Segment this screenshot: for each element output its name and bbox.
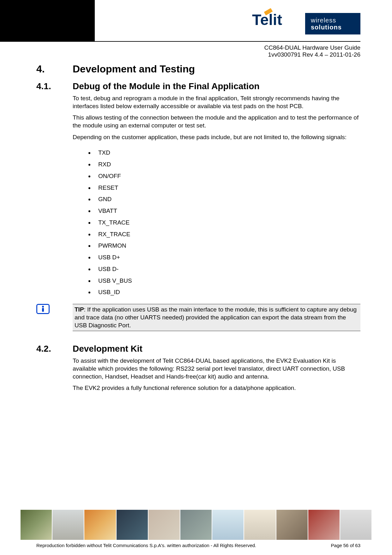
list-item: TXD: [88, 149, 360, 157]
bullet-icon: [88, 245, 90, 247]
signal-label: RX_TRACE: [98, 231, 130, 238]
bullet-icon: [88, 199, 90, 200]
para-4-1-3: Depending on the customer application, t…: [73, 133, 360, 141]
heading-4-number: 4.: [36, 63, 73, 75]
footer-thumb: [84, 510, 116, 540]
heading-4-1-title: Debug of the Module in the Final Applica…: [73, 81, 260, 91]
list-item: GND: [88, 195, 360, 203]
logo-tagline: wireless solutions: [305, 13, 360, 34]
bullet-icon: [88, 152, 90, 154]
bullet-icon: [88, 257, 90, 259]
info-icon: [36, 304, 50, 314]
para-4-2-1: To assist with the development of Telit …: [73, 357, 360, 380]
tip-text: : If the application uses USB as the mai…: [75, 306, 357, 328]
bullet-icon: [88, 164, 90, 166]
footer-thumb: [117, 510, 148, 540]
footer-text: Reproduction forbidden without Telit Com…: [36, 543, 360, 548]
signal-label: PWRMON: [98, 242, 126, 250]
list-item: USB V_BUS: [88, 277, 360, 285]
list-item: RXD: [88, 161, 360, 168]
heading-4-title: Development and Testing: [73, 63, 195, 75]
signal-label: GND: [98, 195, 112, 203]
header-rule: [0, 41, 360, 42]
list-item: RESET: [88, 184, 360, 192]
list-item: VBATT: [88, 207, 360, 215]
doc-revision: 1vv0300791 Rev 4.4 – 2011-01-26: [264, 51, 360, 58]
list-item: RX_TRACE: [88, 231, 360, 238]
signal-label: RESET: [98, 184, 118, 192]
logo-area: Telit wireless solutions: [252, 11, 360, 36]
list-item: USB D+: [88, 254, 360, 261]
footer-thumb: [52, 510, 84, 540]
svg-rect-1: [42, 308, 44, 312]
list-item: USB_ID: [88, 288, 360, 296]
content-area: 4.Development and Testing 4.1.Debug of t…: [36, 63, 360, 396]
svg-point-0: [42, 306, 44, 308]
footer-thumb: [212, 510, 244, 540]
para-4-2-2: The EVK2 provides a fully functional ref…: [73, 384, 360, 392]
heading-4-2-number: 4.2.: [36, 344, 73, 354]
tagline-word-1: wireless: [311, 17, 355, 24]
tip-label: TIP: [75, 306, 84, 313]
footer-image-strip: [21, 510, 371, 540]
section-4-2-body: To assist with the development of Telit …: [73, 357, 360, 392]
doc-info: CC864-DUAL Hardware User Guide 1vv030079…: [264, 44, 360, 58]
footer-thumb: [21, 510, 52, 540]
signal-label: USB V_BUS: [98, 277, 132, 285]
signal-label: TX_TRACE: [98, 219, 130, 226]
tip-box: TIP: If the application uses USB as the …: [73, 304, 360, 331]
para-4-1-2: This allows testing of the connection be…: [73, 114, 360, 129]
bullet-icon: [88, 234, 90, 236]
signal-label: RXD: [98, 161, 111, 168]
heading-4-1-number: 4.1.: [36, 81, 73, 91]
header-black-bar: [0, 0, 95, 41]
tagline-word-2: solutions: [311, 24, 355, 31]
signal-label: VBATT: [98, 207, 117, 215]
heading-4: 4.Development and Testing: [36, 63, 360, 75]
footer-thumb: [308, 510, 340, 540]
list-item: TX_TRACE: [88, 219, 360, 226]
footer-thumb: [244, 510, 275, 540]
heading-4-2: 4.2.Development Kit: [36, 344, 360, 354]
bullet-icon: [88, 268, 90, 270]
signal-label: USB_ID: [98, 288, 120, 296]
list-item: USB D-: [88, 265, 360, 273]
bullet-icon: [88, 292, 90, 293]
para-4-1-1: To test, debug and reprogram a module in…: [73, 95, 360, 110]
telit-logo: Telit: [252, 11, 299, 36]
signal-label: USB D-: [98, 265, 118, 273]
footer-thumb: [148, 510, 180, 540]
bullet-icon: [88, 280, 90, 282]
heading-4-1: 4.1.Debug of the Module in the Final App…: [36, 81, 360, 91]
signal-label: USB D+: [98, 254, 120, 261]
bullet-icon: [88, 176, 90, 177]
footer-thumb: [180, 510, 212, 540]
list-item: PWRMON: [88, 242, 360, 250]
bullet-icon: [88, 187, 90, 189]
heading-4-2-title: Development Kit: [73, 344, 142, 354]
page-number: Page 56 of 63: [331, 543, 360, 548]
section-4-1-body: To test, debug and reprogram a module in…: [73, 95, 360, 296]
doc-title: CC864-DUAL Hardware User Guide: [264, 44, 360, 51]
footer-thumb: [340, 510, 371, 540]
signal-label: TXD: [98, 149, 110, 157]
list-item: ON/OFF: [88, 172, 360, 180]
signals-list: TXD RXD ON/OFF RESET GND VBATT TX_TRACE …: [88, 149, 360, 296]
signal-label: ON/OFF: [98, 172, 121, 180]
tip-row: TIP: If the application uses USB as the …: [36, 304, 360, 331]
bullet-icon: [88, 222, 90, 224]
footer-thumb: [276, 510, 308, 540]
bullet-icon: [88, 210, 90, 212]
copyright-text: Reproduction forbidden without Telit Com…: [36, 543, 256, 548]
